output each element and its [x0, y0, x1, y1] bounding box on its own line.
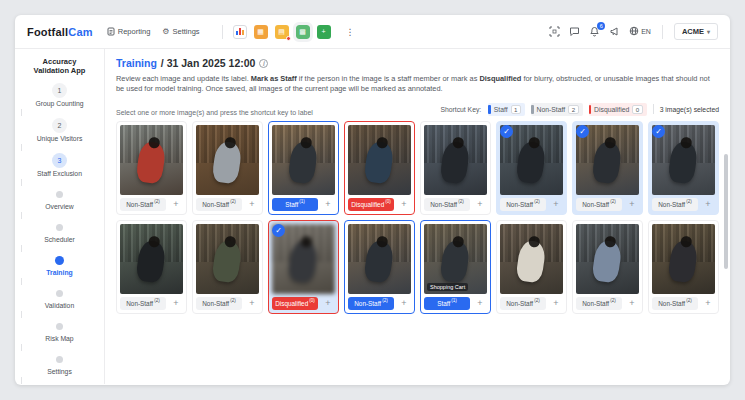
label-button[interactable]: Staff(1) [424, 297, 470, 310]
image-card[interactable]: Shopping Cart Staff(1) + [420, 220, 491, 314]
orange-app-icon[interactable]: ▦ [254, 25, 268, 39]
image-card[interactable]: Staff(1) + [268, 121, 339, 215]
instructions-text: Review each image and update its label. … [116, 74, 719, 95]
add-label-button[interactable]: + [321, 297, 335, 310]
app-window: FootfallCam Reporting ⚙ Settings ▦ ▤ ▩ +… [15, 15, 730, 385]
label-button[interactable]: Staff(1) [272, 198, 318, 211]
green-plus-app-icon[interactable]: + [317, 25, 331, 39]
step-number: 2 [52, 118, 67, 133]
green-grid-app-icon[interactable]: ▩ [296, 25, 310, 39]
add-label-button[interactable]: + [169, 198, 183, 211]
breadcrumb-date: / 31 Jan 2025 12:00 [161, 57, 256, 69]
image-card[interactable]: ✓ Non-Staff(2) + [572, 121, 643, 215]
add-label-button[interactable]: + [473, 297, 487, 310]
label-button[interactable]: Non-Staff(2) [652, 297, 698, 310]
image-card[interactable]: Non-Staff(2) + [116, 220, 187, 314]
chip-key: 2 [568, 105, 578, 114]
notifications-bell-icon[interactable]: 6 [589, 26, 600, 37]
sidebar-item-group-counting[interactable]: 1 Group Counting [21, 83, 99, 107]
add-label-button[interactable]: + [245, 198, 259, 211]
add-label-button[interactable]: + [549, 198, 563, 211]
label-button[interactable]: Non-Staff(2) [348, 297, 394, 310]
select-hint: Select one or more image(s) and press th… [116, 109, 313, 116]
label-button[interactable]: Disqualified(0) [348, 198, 394, 211]
sidebar-item-staff-exclusion[interactable]: 3 Staff Exclusion [21, 153, 99, 177]
scan-icon[interactable] [549, 26, 560, 37]
step-label: Settings [21, 368, 99, 375]
image-card[interactable]: ✓ Non-Staff(2) + [496, 121, 567, 215]
label-button[interactable]: Non-Staff(2) [576, 198, 622, 211]
image-card[interactable]: Disqualified(0) + [344, 121, 415, 215]
sidebar-item-training[interactable]: Training [21, 254, 99, 276]
account-menu[interactable]: ACME ▾ [674, 23, 718, 40]
add-label-button[interactable]: + [701, 297, 715, 310]
image-card[interactable]: Non-Staff(2) + [192, 121, 263, 215]
shortcut-chip: Non-Staff 2 [531, 103, 583, 116]
label-button[interactable]: Non-Staff(2) [196, 297, 242, 310]
add-label-button[interactable]: + [397, 198, 411, 211]
add-label-button[interactable]: + [397, 297, 411, 310]
add-label-button[interactable]: + [473, 198, 487, 211]
label-button[interactable]: Non-Staff(2) [500, 297, 546, 310]
info-icon[interactable]: i [259, 59, 268, 68]
add-label-button[interactable]: + [625, 198, 639, 211]
selected-check-icon: ✓ [576, 125, 589, 138]
main-content: Training / 31 Jan 2025 12:00 i Review ea… [105, 49, 730, 384]
sidebar-item-settings[interactable]: Settings [21, 353, 99, 375]
image-card[interactable]: Non-Staff(2) + [344, 220, 415, 314]
label-button[interactable]: Non-Staff(2) [120, 198, 166, 211]
sidebar-item-overview[interactable]: Overview [21, 188, 99, 210]
label-button[interactable]: Non-Staff(2) [424, 198, 470, 211]
label-button[interactable]: Non-Staff(2) [576, 297, 622, 310]
label-button[interactable]: Disqualified(0) [272, 297, 318, 310]
nav-settings[interactable]: ⚙ Settings [162, 27, 199, 36]
image-card[interactable]: Non-Staff(2) + [420, 121, 491, 215]
label-button[interactable]: Non-Staff(2) [196, 198, 242, 211]
folder-app-icon[interactable]: ▤ [275, 25, 289, 39]
step-connector [21, 144, 22, 151]
gear-icon: ⚙ [162, 27, 169, 36]
image-card[interactable]: ✓ Disqualified(0) + [268, 220, 339, 314]
selected-check-icon: ✓ [500, 125, 513, 138]
add-label-button[interactable]: + [169, 297, 183, 310]
nav-reporting[interactable]: Reporting [107, 27, 151, 36]
step-dot-icon [56, 290, 63, 297]
sidebar-item-unique-visitors[interactable]: 2 Unique Visitors [21, 118, 99, 142]
step-dot-icon [56, 224, 63, 231]
step-connector [21, 344, 22, 351]
report-icon [107, 27, 115, 36]
chevron-down-icon: ▾ [707, 28, 710, 35]
surveillance-image [196, 125, 259, 195]
surveillance-image [348, 125, 411, 195]
image-card[interactable]: Non-Staff(2) + [116, 121, 187, 215]
add-label-button[interactable]: + [701, 198, 715, 211]
image-card[interactable]: ✓ Non-Staff(2) + [648, 121, 719, 215]
image-card[interactable]: Non-Staff(2) + [496, 220, 567, 314]
image-card[interactable]: Non-Staff(2) + [192, 220, 263, 314]
scrollbar-thumb[interactable] [724, 154, 728, 269]
add-label-button[interactable]: + [625, 297, 639, 310]
add-label-button[interactable]: + [321, 198, 335, 211]
surveillance-image [120, 224, 183, 294]
sidebar-item-validation[interactable]: Validation [21, 287, 99, 309]
label-button[interactable]: Non-Staff(2) [652, 198, 698, 211]
label-button[interactable]: Non-Staff(2) [120, 297, 166, 310]
divider [653, 104, 654, 114]
label-button[interactable]: Non-Staff(2) [500, 198, 546, 211]
selected-count: 3 image(s) selected [660, 106, 719, 113]
more-apps-icon[interactable]: ⋮ [346, 27, 355, 37]
image-card[interactable]: Non-Staff(2) + [572, 220, 643, 314]
stepper-sidebar: Accuracy Validation App 1 Group Counting… [15, 49, 105, 384]
analytics-app-icon[interactable] [233, 25, 247, 39]
add-label-button[interactable]: + [245, 297, 259, 310]
language-selector[interactable]: EN [629, 26, 651, 37]
announcement-icon[interactable] [609, 26, 620, 37]
image-card[interactable]: Non-Staff(2) + [648, 220, 719, 314]
step-connector [21, 245, 22, 252]
surveillance-image [424, 125, 487, 195]
sidebar-item-risk-map[interactable]: Risk Map [21, 320, 99, 342]
chat-icon[interactable] [569, 26, 580, 37]
sidebar-item-scheduler[interactable]: Scheduler [21, 221, 99, 243]
add-label-button[interactable]: + [549, 297, 563, 310]
chip-key: 1 [511, 105, 521, 114]
